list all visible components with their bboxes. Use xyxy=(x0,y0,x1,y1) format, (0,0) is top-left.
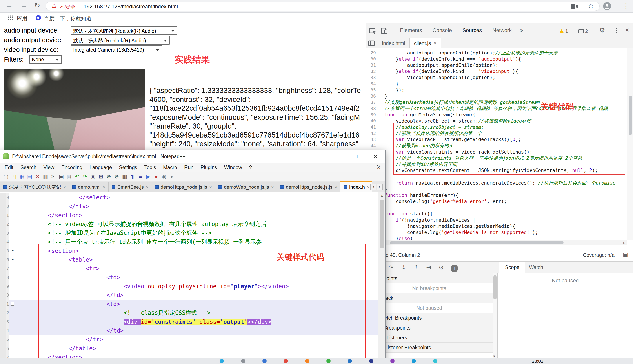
close-tab-icon[interactable]: × xyxy=(271,185,274,190)
close-tab-icon[interactable]: × xyxy=(209,185,212,190)
close-tab-icon[interactable]: × xyxy=(146,185,149,190)
url-text[interactable]: 192.168.27.128/mediastream/index.html xyxy=(84,4,178,10)
toolbar-icon[interactable]: ◳ xyxy=(10,172,18,181)
toolbar-icon[interactable]: ⊕ xyxy=(105,172,113,181)
reload-icon[interactable]: ↻ xyxy=(34,1,40,10)
step-over-icon[interactable]: ↷ xyxy=(385,262,397,273)
menu-item[interactable]: Run xyxy=(181,163,197,172)
code-horizontal-scrollbar[interactable]: ◂ ▸ xyxy=(366,240,627,246)
menu-item[interactable]: Settings xyxy=(115,163,141,172)
step-icon[interactable]: ⇥ xyxy=(422,262,435,273)
fold-marker-icon[interactable]: – xyxy=(11,276,14,279)
toolbar-icon[interactable]: ≡ xyxy=(137,172,144,181)
close-tab-icon[interactable]: × xyxy=(63,185,66,190)
toolbar-icon[interactable]: ⊞ xyxy=(97,172,105,181)
sidebar-scrollbar[interactable]: ▾ xyxy=(492,274,497,364)
bookmark-star-icon[interactable]: ☆ xyxy=(588,1,594,10)
editor-tab[interactable]: demoWeb_node.js.js× xyxy=(215,182,277,192)
address-bar[interactable]: ⚠ 不安全 192.168.27.128/mediastream/index.h… xyxy=(46,2,599,11)
file-tab-index.html[interactable]: index.html xyxy=(378,38,409,48)
menu-item[interactable]: Encoding xyxy=(58,163,86,172)
scrollbar-thumb[interactable] xyxy=(380,200,384,248)
window-titlebar[interactable]: D:\winshare16\nodejs\webServer\public\me… xyxy=(0,150,385,163)
taskbar-app-icon[interactable] xyxy=(348,359,352,363)
minimize-button[interactable]: – xyxy=(325,150,346,162)
toolbar-icon[interactable]: ✂ xyxy=(50,172,57,181)
fold-marker-icon[interactable]: – xyxy=(11,302,14,306)
back-icon[interactable]: ← xyxy=(6,1,13,10)
taskbar-app-icon[interactable] xyxy=(241,359,245,363)
taskbar-app-icon[interactable] xyxy=(433,359,437,363)
scroll-up-icon[interactable]: ▲ xyxy=(380,194,384,198)
tab-scroll-left-icon[interactable]: ◂ xyxy=(370,184,376,190)
console-message-badge[interactable]: 2 xyxy=(578,28,588,34)
editor-tab[interactable]: demoHttps_node.js.js× xyxy=(277,182,340,192)
profile-avatar[interactable] xyxy=(603,2,611,10)
tab-scroll-right-icon[interactable]: ▸ xyxy=(377,184,383,190)
doc-close-icon[interactable]: X xyxy=(377,164,380,170)
panel-corner-icon[interactable]: ▣ xyxy=(623,251,628,258)
navigator-sidebar-toggle-icon[interactable] xyxy=(368,40,375,46)
step-out-icon[interactable]: ⇡ xyxy=(410,262,422,273)
toolbar-icon[interactable]: ▸ xyxy=(168,172,176,181)
taskbar-app-icon[interactable] xyxy=(220,359,224,363)
close-tab-icon[interactable]: × xyxy=(434,40,436,46)
code-vertical-scrollbar[interactable] xyxy=(627,48,633,240)
devtools-tab-network[interactable]: Network xyxy=(487,23,517,38)
toolbar-icon[interactable]: ◎ xyxy=(89,172,97,181)
menu-item[interactable]: View xyxy=(40,163,58,172)
fold-marker-icon[interactable]: – xyxy=(11,258,14,261)
editor-vertical-scrollbar[interactable]: ▲ xyxy=(378,192,385,364)
toolbar-icon[interactable]: ↷ xyxy=(81,172,89,181)
toolbar-icon[interactable]: ▦ xyxy=(18,172,26,181)
toolbar-icon[interactable]: ▢ xyxy=(2,172,10,181)
scrollbar-thumb[interactable] xyxy=(629,96,632,135)
toolbar-icon[interactable]: ▣ xyxy=(57,172,65,181)
taskbar-app-icon[interactable] xyxy=(262,359,267,363)
browser-menu-icon[interactable]: ⋮ xyxy=(622,2,629,10)
editor-tab[interactable]: demoHttps_node.js.js× xyxy=(152,182,215,192)
scrollbar-thumb[interactable] xyxy=(390,241,563,244)
toolbar-icon[interactable]: ▩ xyxy=(121,172,129,181)
toolbar-icon[interactable]: ▶ xyxy=(144,172,152,181)
menu-item[interactable]: ? xyxy=(246,163,255,172)
audio-input-select[interactable]: 默认 - 麦克风阵列 (Realtek(R) Audio) xyxy=(71,26,177,35)
menu-item[interactable]: Search xyxy=(17,163,40,172)
toolbar-icon[interactable]: ⊖ xyxy=(113,172,121,181)
tab-watch[interactable]: Watch xyxy=(523,262,549,274)
toolbar-icon[interactable]: ▧ xyxy=(65,172,73,181)
security-label[interactable]: 不安全 xyxy=(60,4,75,10)
settings-gear-icon[interactable]: ⚙ xyxy=(599,26,605,34)
warning-badge[interactable]: 1 xyxy=(559,28,568,34)
device-toolbar-icon[interactable] xyxy=(381,27,388,34)
pause-on-exceptions-icon[interactable]: ‖ xyxy=(451,265,458,272)
toolbar-icon[interactable]: ✕ xyxy=(34,172,42,181)
camera-in-use-icon[interactable] xyxy=(570,4,578,9)
editor-tab[interactable]: SmartSee.js× xyxy=(109,182,152,192)
close-tab-icon[interactable]: × xyxy=(367,185,370,190)
fold-marker-icon[interactable]: – xyxy=(11,267,14,270)
taskbar-app-icon[interactable] xyxy=(326,359,331,363)
taskbar-app-icon[interactable] xyxy=(390,359,394,363)
menu-item[interactable]: Macro xyxy=(160,163,181,172)
editor-code-view[interactable]: 49 </select>50 </div>51 </section>52 <!-… xyxy=(0,192,378,364)
source-code-view[interactable]: 29 audioinput.appendChild(option);//上面获取… xyxy=(366,48,627,240)
video-input-select[interactable]: Integrated Camera (13d3:5419) xyxy=(71,46,162,54)
tab-scope[interactable]: Scope xyxy=(499,262,525,274)
toolbar-icon[interactable]: ↶ xyxy=(73,172,81,181)
scrollbar-thumb[interactable] xyxy=(493,275,496,300)
menu-item[interactable]: Window xyxy=(221,163,246,172)
close-tab-icon[interactable]: × xyxy=(335,185,337,190)
fold-marker-icon[interactable]: – xyxy=(11,249,14,252)
menu-item[interactable]: Tools xyxy=(141,163,160,172)
taskbar-app-icon[interactable] xyxy=(369,359,373,363)
close-button[interactable]: ✕ xyxy=(365,150,385,162)
scroll-right-icon[interactable]: ▸ xyxy=(623,240,625,245)
toolbar-icon[interactable]: ¶ xyxy=(129,172,137,181)
editor-tab[interactable]: 深度学习YOLO算法笔记× xyxy=(0,182,69,192)
devtools-tab-console[interactable]: Console xyxy=(427,23,457,38)
taskbar-app-icon[interactable] xyxy=(305,359,309,363)
devtools-tab-elements[interactable]: Elements xyxy=(395,23,427,38)
maximize-button[interactable]: □ xyxy=(346,150,366,162)
apps-grid-icon[interactable] xyxy=(8,15,13,20)
